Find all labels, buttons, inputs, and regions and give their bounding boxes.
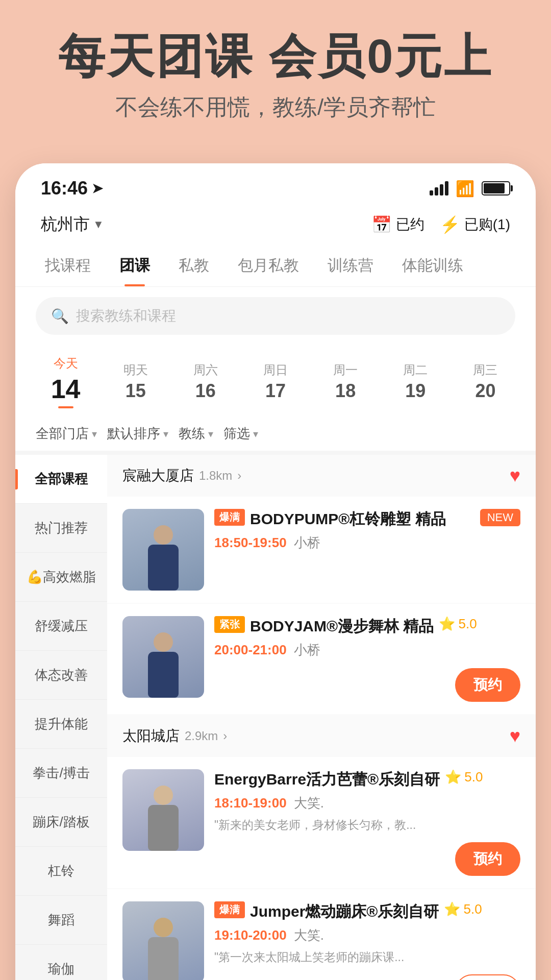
star-rating-2-1: ⭐ 5.0 bbox=[445, 769, 483, 785]
course-time-1-2: 20:00-21:00 bbox=[214, 642, 287, 658]
sidebar-item-barbell[interactable]: 杠铃 bbox=[15, 847, 107, 896]
favorite-icon-1[interactable]: ♥ bbox=[510, 465, 520, 486]
date-label-1: 明天 bbox=[106, 362, 165, 378]
course-name-1-2: BODYJAM®漫步舞林 精品 bbox=[250, 616, 434, 636]
tab-training-camp[interactable]: 训练营 bbox=[313, 245, 388, 286]
main-content: 全部课程 热门推荐 💪高效燃脂 舒缓减压 体态改善 提升体能 拳击/搏击 蹦床/… bbox=[15, 455, 536, 980]
sidebar-item-relax[interactable]: 舒缓减压 bbox=[15, 602, 107, 651]
clock-display: 16:46 bbox=[41, 178, 88, 199]
purchased-label: 已购(1) bbox=[464, 215, 510, 234]
date-item-mon[interactable]: 周一 18 bbox=[316, 362, 375, 402]
date-num-4: 18 bbox=[316, 380, 375, 402]
date-selector: 今天 14 明天 15 周六 16 周日 17 周一 18 周二 19 周三 2… bbox=[15, 345, 536, 416]
course-list: 宸融大厦店 1.8km › ♥ bbox=[107, 455, 536, 980]
filter-row: 全部门店 ▾ 默认排序 ▾ 教练 ▾ 筛选 ▾ bbox=[15, 416, 536, 455]
location-selector[interactable]: 杭州市 ▼ bbox=[41, 213, 104, 236]
filter-sort-label: 默认排序 bbox=[107, 425, 160, 443]
date-item-sun[interactable]: 周日 17 bbox=[245, 362, 305, 402]
top-nav: 杭州市 ▼ 📅 已约 ⚡ 已购(1) bbox=[15, 204, 536, 245]
course-title-row-2-2: 爆满 Jumper燃动蹦床®乐刻自研 ⭐ 5.0 bbox=[214, 901, 520, 921]
phone-frame: 16:46 ➤ 📶 杭州市 ▼ 📅 已约 bbox=[15, 163, 536, 980]
battery-icon bbox=[482, 181, 510, 195]
purchased-action[interactable]: ⚡ 已购(1) bbox=[440, 215, 510, 234]
date-item-tomorrow[interactable]: 明天 15 bbox=[106, 362, 165, 402]
status-icons: 📶 bbox=[430, 180, 510, 198]
date-label-5: 周二 bbox=[386, 362, 445, 378]
course-time-row-2-1: 18:10-19:00 大笑. bbox=[214, 794, 520, 812]
course-card-2-1[interactable]: EnergyBarre活力芭蕾®乐刻自研 ⭐ 5.0 18:10-19:00 大… bbox=[107, 757, 536, 888]
course-card-1-2[interactable]: 紧张 BODYJAM®漫步舞林 精品 ⭐ 5.0 20:00-21:00 小桥 … bbox=[107, 604, 536, 714]
course-info-1-1: 爆满 BODYPUMP®杠铃雕塑 精品 NEW 18:50-19:50 小桥 bbox=[214, 509, 520, 552]
sidebar-item-fatburn[interactable]: 💪高效燃脂 bbox=[15, 553, 107, 602]
sidebar-item-posture[interactable]: 体态改善 bbox=[15, 651, 107, 700]
course-time-2-2: 19:10-20:00 bbox=[214, 927, 287, 943]
date-label-2: 周六 bbox=[176, 362, 235, 378]
date-label-4: 周一 bbox=[316, 362, 375, 378]
course-card-2-2[interactable]: 爆满 Jumper燃动蹦床®乐刻自研 ⭐ 5.0 19:10-20:00 大笑.… bbox=[107, 889, 536, 980]
course-name-2-1: EnergyBarre活力芭蕾®乐刻自研 bbox=[214, 769, 440, 789]
wifi-icon: 📶 bbox=[456, 180, 474, 198]
course-tag-tight: 紧张 bbox=[214, 616, 245, 633]
course-bottom-2-1: "新来的美女老师，身材修长匀称，教... bbox=[214, 817, 520, 833]
status-time: 16:46 ➤ bbox=[41, 178, 103, 199]
star-rating-1-2: ⭐ 5.0 bbox=[439, 616, 477, 632]
date-item-sat[interactable]: 周六 16 bbox=[176, 362, 235, 402]
tab-find-course[interactable]: 找课程 bbox=[31, 245, 105, 286]
date-num-2: 16 bbox=[176, 380, 235, 402]
store-distance-1: 1.8km bbox=[199, 469, 232, 483]
signal-icon bbox=[430, 181, 448, 195]
store-info-2[interactable]: 太阳城店 2.9km › bbox=[122, 726, 227, 746]
search-container: 🔍 搜索教练和课程 bbox=[15, 287, 536, 345]
course-thumbnail-2-1 bbox=[122, 769, 204, 851]
store-info-1[interactable]: 宸融大厦店 1.8km › bbox=[122, 466, 241, 485]
course-bottom-2-2: "第一次来太阳城上笑老师的蹦床课... bbox=[214, 949, 520, 965]
store-distance-2: 2.9km bbox=[185, 729, 218, 743]
date-label-6: 周三 bbox=[456, 362, 515, 378]
date-item-wed[interactable]: 周三 20 bbox=[456, 362, 515, 402]
rating-value-2-2: 5.0 bbox=[463, 901, 482, 917]
tab-monthly-pt[interactable]: 包月私教 bbox=[223, 245, 313, 286]
search-bar[interactable]: 🔍 搜索教练和课程 bbox=[36, 297, 515, 335]
tab-fitness-training[interactable]: 体能训练 bbox=[388, 245, 478, 286]
rating-value-1-2: 5.0 bbox=[458, 616, 477, 632]
tab-personal-trainer[interactable]: 私教 bbox=[164, 245, 223, 286]
date-item-today[interactable]: 今天 14 bbox=[36, 355, 95, 408]
favorite-icon-2[interactable]: ♥ bbox=[510, 725, 520, 747]
book-button-1-2[interactable]: 预约 bbox=[455, 668, 520, 702]
sidebar-item-dance[interactable]: 舞蹈 bbox=[15, 896, 107, 945]
filter-store-label: 全部门店 bbox=[36, 425, 89, 443]
course-name-1-1: BODYPUMP®杠铃雕塑 精品 bbox=[250, 509, 446, 529]
tab-group-class[interactable]: 团课 bbox=[105, 245, 164, 286]
sidebar-item-trampoline[interactable]: 蹦床/踏板 bbox=[15, 798, 107, 847]
chevron-down-icon: ▾ bbox=[253, 428, 258, 440]
book-button-2-1[interactable]: 预约 bbox=[455, 842, 520, 876]
course-card-1-1[interactable]: 爆满 BODYPUMP®杠铃雕塑 精品 NEW 18:50-19:50 小桥 bbox=[107, 497, 536, 603]
course-info-2-1: EnergyBarre活力芭蕾®乐刻自研 ⭐ 5.0 18:10-19:00 大… bbox=[214, 769, 520, 876]
rating-value-2-1: 5.0 bbox=[464, 769, 483, 785]
course-thumbnail-2-2 bbox=[122, 901, 204, 980]
date-num-5: 19 bbox=[386, 380, 445, 402]
filter-trainer[interactable]: 教练 ▾ bbox=[179, 425, 213, 443]
booked-action[interactable]: 📅 已约 bbox=[371, 215, 424, 234]
course-tag-hot: 爆满 bbox=[214, 509, 245, 526]
sidebar-item-all[interactable]: 全部课程 bbox=[15, 455, 107, 504]
date-num-today: 14 bbox=[36, 374, 95, 404]
course-teacher-1-1: 小桥 bbox=[294, 534, 320, 552]
course-teacher-1-2: 小桥 bbox=[294, 641, 320, 659]
date-item-tue[interactable]: 周二 19 bbox=[386, 362, 445, 402]
filter-trainer-label: 教练 bbox=[179, 425, 205, 443]
filter-more[interactable]: 筛选 ▾ bbox=[223, 425, 258, 443]
date-num-6: 20 bbox=[456, 380, 515, 402]
sidebar-item-boxing[interactable]: 拳击/搏击 bbox=[15, 749, 107, 798]
sidebar-item-yoga[interactable]: 瑜伽 bbox=[15, 945, 107, 980]
sidebar-item-fitness[interactable]: 提升体能 bbox=[15, 700, 107, 749]
queue-button-2-2[interactable]: 排队 bbox=[455, 974, 520, 980]
search-placeholder: 搜索教练和课程 bbox=[76, 306, 176, 326]
date-num-3: 17 bbox=[245, 380, 305, 402]
filter-store[interactable]: 全部门店 ▾ bbox=[36, 425, 97, 443]
store-header-1: 宸融大厦店 1.8km › ♥ bbox=[107, 455, 536, 497]
status-bar: 16:46 ➤ 📶 bbox=[15, 163, 536, 204]
sidebar-item-hot[interactable]: 热门推荐 bbox=[15, 504, 107, 553]
booked-label: 已约 bbox=[396, 215, 424, 234]
filter-sort[interactable]: 默认排序 ▾ bbox=[107, 425, 168, 443]
